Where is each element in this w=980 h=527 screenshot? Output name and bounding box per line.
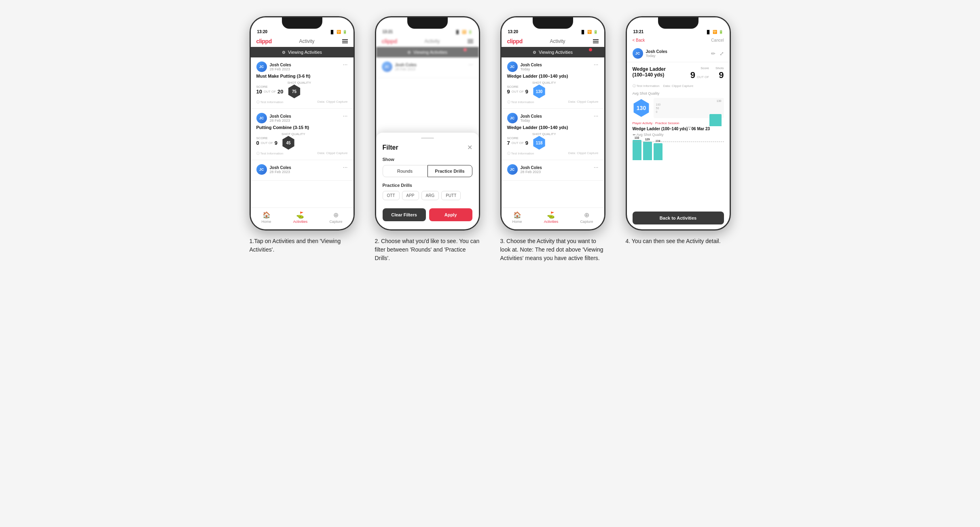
phone-4-notch [658,17,698,29]
more-dots-1-3[interactable]: ··· [343,164,348,170]
practice-drills-label: Practice Drills [383,183,472,188]
phones-row: 13:20 ▐▌ 🛜 🔋 clippd Activity ⚙ [246,16,735,262]
capture-icon-3: ⊕ [584,211,589,219]
app-header-3: clippd Activity [502,36,604,47]
drill-chip-putt[interactable]: PUTT [441,191,461,200]
detail-user-row-4: JC Josh Coles Today ✏ ⤢ [627,45,730,62]
status-time-1: 13:20 [257,30,268,34]
activity-card-3-1[interactable]: JC Josh Coles Today ··· Wedge Ladder (10… [502,57,604,109]
edit-icon-4[interactable]: ✏ [711,51,715,57]
nav-home-3[interactable]: 🏠 Home [512,211,522,224]
phone-3-section: 13:20 ▐▌ 🛜 🔋 clippd Activity ⚙ [496,16,610,262]
stat-score-1-1: Score 10 OUT OF 20 [256,85,284,95]
drill-chip-app[interactable]: APP [402,191,419,200]
card-footer-1-2: ⓘ Test Information Data: Clippd Capture [256,151,348,156]
drill-chip-ott[interactable]: OTT [383,191,400,200]
app-header-2: clippd Activity [376,36,479,47]
more-dots-1-2[interactable]: ··· [343,113,348,119]
modal-actions: Clear Filters Apply [383,208,472,221]
viewing-activities-label-3: Viewing Activities [539,50,573,55]
activity-card-1-3[interactable]: JC Josh Coles 28 Feb 2023 ··· [251,160,353,181]
battery-icon-3: 🔋 [593,30,598,34]
dashed-line-4 [633,142,724,142]
back-button-4[interactable]: < Back [633,38,645,42]
caption-3: 3. Choose the Activity that you want to … [500,237,605,262]
nav-activities-3[interactable]: ⛳ Activities [544,211,559,224]
filter-modal[interactable]: Filter ✕ Show Rounds Practice Drills Pra… [376,133,479,229]
nav-capture-1[interactable]: ⊕ Capture [329,211,342,224]
avg-chart-container-4: 130 130 100 50 [633,98,724,118]
phone-4-screen: 13:21 ▐▌ 🛜 🔋 < Back Cancel JC Josh [627,17,730,229]
activity-card-3-3[interactable]: JC Josh Coles 28 Feb 2023 ··· [502,160,604,181]
close-button[interactable]: ✕ [467,144,472,151]
phone-1-section: 13:20 ▐▌ 🛜 🔋 clippd Activity ⚙ [246,16,359,254]
viewing-activities-bar-3[interactable]: ⚙ Viewing Activities [502,47,604,57]
rounds-toggle[interactable]: Rounds [383,165,428,177]
filter-icon-1: ⚙ [282,50,286,55]
app-title-3: Activity [550,38,565,44]
app-logo-1: clippd [256,38,272,44]
viewing-activities-bar-1[interactable]: ⚙ Viewing Activities [251,47,353,57]
signal-icon-4: ▐▌ [706,30,711,34]
status-time-2: 13:21 [383,30,393,34]
nav-activities-1[interactable]: ⛳ Activities [293,211,308,224]
wifi-icon-4: 🛜 [713,30,717,34]
user-date-1-1: 28 Feb 2023 [270,67,291,71]
activity-card-3-2[interactable]: JC Josh Coles Today ··· Wedge Ladder (10… [502,109,604,160]
avatar-1-1: JC [256,61,267,72]
toggle-group[interactable]: Rounds Practice Drills [383,165,472,177]
app-header-1: clippd Activity [251,36,353,47]
phone-3-frame: 13:20 ▐▌ 🛜 🔋 clippd Activity ⚙ [500,16,605,231]
detail-action-icons: ✏ ⤢ [711,51,724,57]
detail-title-row-4: Wedge Ladder (100–140 yds) Score 9 OUT O… [633,66,724,80]
practice-drills-toggle[interactable]: Practice Drills [428,165,472,177]
big-hex-4: 130 [633,99,650,117]
shot-quality-hex-3-1: 130 [532,85,546,98]
activity-card-1-2[interactable]: JC Josh Coles 28 Feb 2023 ··· Putting Co… [251,109,353,160]
avatar-1-3: JC [256,164,267,175]
viewing-activities-label-1: Viewing Activities [288,50,322,55]
modal-header: Filter ✕ [383,144,472,151]
status-icons-3: ▐▌ 🛜 🔋 [580,30,598,34]
bar-group-4-3: 124 [654,140,663,160]
expand-icon-4[interactable]: ⤢ [720,51,724,57]
app-title-2: Activity [425,38,440,44]
more-dots-3-2[interactable]: ··· [594,113,599,119]
caption-4: 4. You can then see the Activity detail. [626,237,731,246]
card-header-1-1: JC Josh Coles 28 Feb 2023 ··· [256,61,348,72]
red-dot-3 [589,48,592,51]
detail-activity-title-4: Wedge Ladder (100–140 yds) [633,66,666,78]
activity-card-1-1[interactable]: JC Josh Coles 28 Feb 2023 ··· Must Make … [251,57,353,109]
user-name-date-1-2: Josh Coles 28 Feb 2023 [270,114,291,123]
wifi-icon-3: 🛜 [587,30,592,34]
bar-group-4-1: 132 [633,136,641,160]
menu-icon-3[interactable] [593,39,599,43]
wifi-icon-1: 🛜 [337,30,341,34]
scores-inline-1-1: 10 OUT OF 20 [256,89,284,95]
app-logo-2: clippd [382,38,397,44]
more-dots-1-1[interactable]: ··· [343,61,348,67]
avatar-4: JC [633,48,643,59]
card-header-1-3: JC Josh Coles 28 Feb 2023 ··· [256,164,348,175]
menu-icon-1[interactable] [342,39,348,43]
more-dots-3-1[interactable]: ··· [594,61,599,67]
bottom-nav-1: 🏠 Home ⛳ Activities ⊕ Capture [251,207,353,229]
drill-chip-arg[interactable]: ARG [421,191,439,200]
phone-1-notch [282,17,322,29]
nav-home-1[interactable]: 🏠 Home [262,211,271,224]
activities-icon-1: ⛳ [296,211,304,219]
status-icons-1: ▐▌ 🛜 🔋 [330,30,347,34]
phone-2-section: 13:21 ▐▌ 🛜 🔋 clippd Activity [371,16,484,262]
red-dot-2 [464,48,467,51]
battery-icon-2: 🔋 [468,30,472,34]
shot-quality-hex-3-2: 118 [532,136,546,150]
clear-filters-button[interactable]: Clear Filters [383,208,426,221]
cancel-button-4[interactable]: Cancel [711,38,724,42]
back-to-activities-button-4[interactable]: Back to Activities [633,212,724,224]
stat-score-1-2: Score 0 OUT OF 9 [256,136,278,146]
nav-capture-3[interactable]: ⊕ Capture [580,211,593,224]
viewing-activities-label-2: Viewing Activities [413,50,447,55]
phone-2-screen: 13:21 ▐▌ 🛜 🔋 clippd Activity [376,17,479,229]
apply-button[interactable]: Apply [429,208,472,221]
stats-row-1-1: Score 10 OUT OF 20 Shot Quality 75 [256,81,348,98]
